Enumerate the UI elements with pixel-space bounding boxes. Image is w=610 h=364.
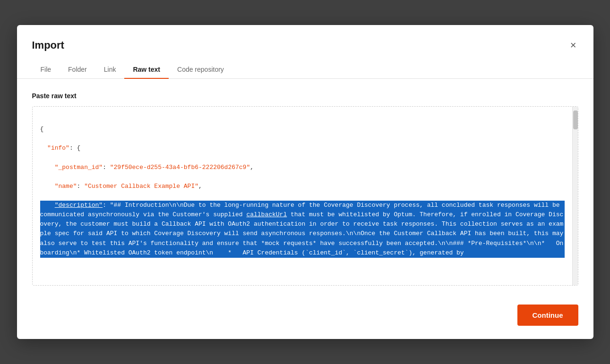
section-label: Paste raw text	[32, 92, 578, 100]
raw-text-wrapper: { "info": { "_postman_id": "29f50ece-d25…	[32, 106, 578, 286]
modal-body: Paste raw text { "info": { "_postman_id"…	[17, 79, 593, 297]
tab-raw-text[interactable]: Raw text	[124, 61, 169, 79]
tab-file[interactable]: File	[32, 61, 60, 79]
modal-overlay: Import × File Folder Link Raw text Code …	[0, 0, 610, 364]
tab-code-repository[interactable]: Code repository	[169, 61, 232, 79]
continue-button[interactable]: Continue	[517, 305, 578, 326]
tab-folder[interactable]: Folder	[60, 61, 95, 79]
tab-link[interactable]: Link	[95, 61, 125, 79]
scrollbar-thumb[interactable]	[573, 110, 578, 129]
tab-bar: File Folder Link Raw text Code repositor…	[17, 52, 593, 79]
modal-title: Import	[32, 39, 64, 51]
close-button[interactable]: ×	[568, 38, 578, 52]
import-modal: Import × File Folder Link Raw text Code …	[17, 25, 593, 339]
modal-header: Import ×	[17, 25, 593, 52]
modal-footer: Continue	[17, 297, 593, 339]
scrollbar-track[interactable]	[572, 107, 578, 285]
raw-text-input[interactable]: { "info": { "_postman_id": "29f50ece-d25…	[33, 107, 572, 285]
